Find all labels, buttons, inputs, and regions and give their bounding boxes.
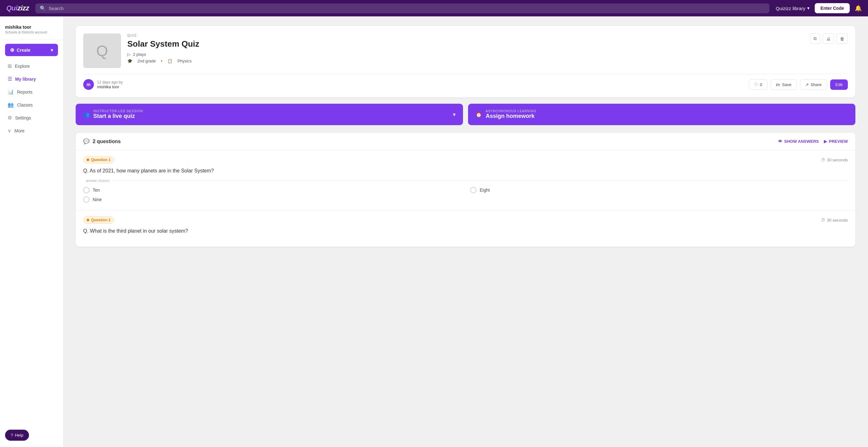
- save-button[interactable]: 🗁 Save: [771, 80, 797, 90]
- sidebar-item-explore-label: Explore: [15, 64, 30, 69]
- quiz-subject: Physics: [178, 59, 192, 63]
- question-1-time: ⏱ 30 seconds: [821, 158, 848, 162]
- grade-icon: 🎓: [127, 59, 132, 63]
- live-quiz-arrow-icon: ▾: [453, 112, 456, 118]
- delete-button[interactable]: 🗑: [836, 33, 848, 44]
- main-content: Q QUIZ Solar System Quiz ▷ 2 plays 🎓 2nd…: [63, 17, 868, 447]
- chevron-down-icon: ▾: [807, 5, 810, 11]
- show-answers-label: SHOW ANSWERS: [784, 139, 819, 144]
- sidebar-item-more[interactable]: ∨ More: [2, 124, 61, 137]
- create-label: Create: [17, 48, 31, 53]
- avatar: m: [83, 79, 94, 90]
- share-button[interactable]: ↗ Share: [800, 80, 827, 90]
- choice-ten: Ten: [83, 187, 461, 193]
- duplicate-button[interactable]: ⧉: [810, 33, 820, 44]
- edit-button[interactable]: Edit: [830, 80, 848, 90]
- question-badge-dot: [87, 158, 89, 161]
- sidebar-item-settings[interactable]: ⚙ Settings: [2, 112, 61, 124]
- user-info: mishika toor Schools & Districts account: [0, 22, 63, 40]
- main-layout: mishika toor Schools & Districts account…: [0, 17, 868, 447]
- eye-icon: 👁: [778, 139, 782, 144]
- homework-title: Assign homework: [486, 113, 536, 119]
- preview-button[interactable]: ▶ PREVIEW: [824, 139, 848, 144]
- choice-dot: [83, 197, 90, 203]
- quiz-type-label: QUIZ: [127, 33, 848, 37]
- enter-code-button[interactable]: Enter Code: [815, 3, 850, 13]
- clock-icon-2: ⏱: [821, 218, 825, 222]
- homework-button[interactable]: ⏰ ASYNCHRONOUS LEARNING Assign homework: [468, 104, 856, 125]
- help-button[interactable]: ? Help: [5, 430, 29, 441]
- library-label: Quizizz library: [776, 6, 805, 11]
- clock-icon: ⏱: [821, 158, 825, 162]
- question-1-text: Q. As of 2021, how many planets are in t…: [83, 168, 848, 174]
- question-2-badge: Question 2: [83, 216, 114, 224]
- quiz-card-footer: m 12 days ago by mishika toor ♡ 0 🗁 Save: [83, 74, 848, 90]
- question-card-1: Question 1 ⏱ 30 seconds Q. As of 2021, h…: [75, 150, 856, 211]
- logo: Quizizz: [6, 4, 29, 12]
- heart-icon: ♡: [754, 82, 758, 87]
- questions-count: 2 questions: [93, 139, 121, 144]
- choice-ten-label: Ten: [93, 187, 100, 192]
- sidebar-item-my-library[interactable]: ☰ My library: [2, 73, 61, 85]
- dropdown-arrow-icon: ▾: [51, 48, 53, 53]
- quiz-card-actions: ⧉ 🖨 🗑: [810, 33, 848, 44]
- help-label: Help: [15, 433, 23, 438]
- classes-icon: 👥: [7, 102, 14, 108]
- questions-title: 💬 2 questions: [83, 139, 121, 144]
- search-icon: 🔍: [40, 5, 46, 11]
- search-input[interactable]: [49, 6, 765, 11]
- quiz-thumbnail-icon: Q: [96, 42, 108, 60]
- homework-label: ASYNCHRONOUS LEARNING: [486, 109, 536, 113]
- live-quiz-label: INSTRUCTOR-LED SESSION: [93, 109, 143, 113]
- sidebar-item-reports-label: Reports: [17, 90, 32, 95]
- sidebar: mishika toor Schools & Districts account…: [0, 17, 63, 447]
- quiz-info: QUIZ Solar System Quiz ▷ 2 plays 🎓 2nd g…: [127, 33, 848, 63]
- author-name: mishika toor: [97, 85, 123, 89]
- sidebar-item-reports[interactable]: 📊 Reports: [2, 86, 61, 98]
- choice-dot: [470, 187, 476, 193]
- live-quiz-title: Start a live quiz: [93, 113, 143, 119]
- quiz-plays: ▷ 2 plays: [127, 52, 848, 57]
- question-1-meta: Question 1 ⏱ 30 seconds: [83, 156, 848, 163]
- sidebar-item-classes-label: Classes: [17, 102, 33, 108]
- share-label: Share: [811, 82, 822, 87]
- user-name: mishika toor: [5, 25, 58, 30]
- bell-icon[interactable]: 🔔: [855, 5, 862, 12]
- questions-icon: 💬: [83, 139, 90, 144]
- quiz-thumbnail: Q: [83, 33, 121, 68]
- questions-header: 💬 2 questions 👁 SHOW ANSWERS ▶ PREVIEW: [75, 133, 856, 150]
- sidebar-item-classes[interactable]: 👥 Classes: [2, 99, 61, 111]
- show-answers-button[interactable]: 👁 SHOW ANSWERS: [778, 139, 819, 144]
- author-time: 12 days ago by: [97, 80, 123, 85]
- library-button[interactable]: Quizizz library ▾: [776, 5, 810, 11]
- questions-section: 💬 2 questions 👁 SHOW ANSWERS ▶ PREVIEW: [75, 133, 856, 247]
- choice-eight: Eight: [470, 187, 848, 193]
- sidebar-item-settings-label: Settings: [15, 115, 31, 120]
- like-button[interactable]: ♡ 0: [749, 80, 768, 90]
- user-account: Schools & Districts account: [5, 30, 58, 34]
- sidebar-item-explore[interactable]: ⊞ Explore: [2, 60, 61, 72]
- quiz-grade: 2nd grade: [137, 59, 156, 63]
- author-info: m 12 days ago by mishika toor: [83, 79, 123, 90]
- create-button[interactable]: ⊕ Create ▾: [5, 44, 58, 56]
- questions-controls: 👁 SHOW ANSWERS ▶ PREVIEW: [778, 139, 848, 144]
- question-badge-dot-2: [87, 219, 89, 221]
- live-quiz-text: INSTRUCTOR-LED SESSION Start a live quiz: [93, 109, 143, 119]
- preview-label: PREVIEW: [829, 139, 848, 144]
- quiz-card: Q QUIZ Solar System Quiz ▷ 2 plays 🎓 2nd…: [75, 26, 856, 97]
- sidebar-item-more-label: More: [14, 128, 25, 133]
- quiz-title: Solar System Quiz: [127, 39, 848, 49]
- plus-icon: ⊕: [10, 47, 14, 53]
- choice-dot: [83, 187, 90, 193]
- play-icon: ▷: [127, 52, 130, 57]
- search-bar[interactable]: 🔍: [35, 3, 769, 13]
- explore-icon: ⊞: [7, 63, 12, 69]
- edit-label: Edit: [836, 82, 842, 87]
- print-button[interactable]: 🖨: [823, 33, 834, 44]
- homework-icon: ⏰: [475, 112, 482, 118]
- live-quiz-button[interactable]: 👥 INSTRUCTOR-LED SESSION Start a live qu…: [75, 104, 463, 125]
- choices-grid-1: Ten Eight Nine: [83, 187, 848, 203]
- choice-nine: Nine: [83, 197, 461, 203]
- save-icon: 🗁: [776, 82, 780, 87]
- subject-icon: 📋: [167, 59, 173, 63]
